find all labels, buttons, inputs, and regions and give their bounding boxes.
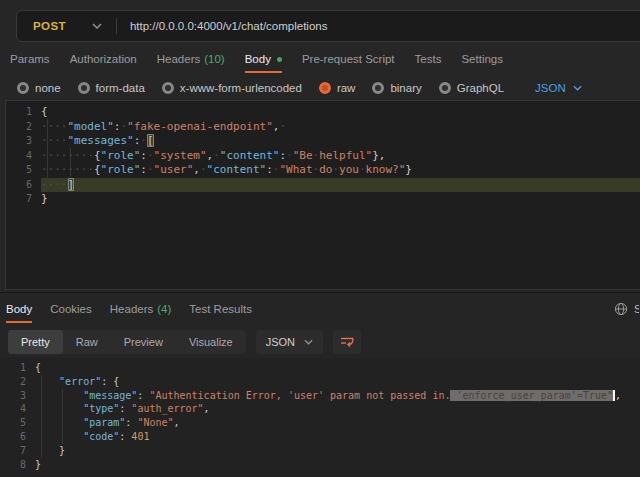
tab-label: Headers xyxy=(110,303,153,315)
radio-label: form-data xyxy=(96,82,145,94)
body-type-binary[interactable]: binary xyxy=(372,82,421,94)
tab-authorization[interactable]: Authorization xyxy=(70,45,137,73)
body-type-graphql[interactable]: GraphQL xyxy=(439,82,504,94)
radio-label: GraphQL xyxy=(457,82,504,94)
radio-label: binary xyxy=(390,82,421,94)
line-number: 4 xyxy=(6,149,32,164)
code-line[interactable]: 2····"model":·"fake-openai-endpoint",· xyxy=(6,120,640,135)
code-text: "code": 401 xyxy=(35,430,640,444)
code-line[interactable]: 3 "message": "Authentication Error, 'use… xyxy=(0,389,640,403)
response-body-editor[interactable]: 1{2 "error": {3 "message": "Authenticati… xyxy=(0,358,640,477)
code-line[interactable]: 5········{"role":·"user",·"content":·"Wh… xyxy=(6,163,640,178)
chevron-down-icon xyxy=(573,85,582,91)
line-number: 7 xyxy=(0,444,26,458)
tab-label: Settings xyxy=(461,53,503,65)
code-line[interactable]: 8} xyxy=(0,458,640,472)
tab-count-badge: (10) xyxy=(204,53,224,65)
body-type-form-data[interactable]: form-data xyxy=(78,82,145,94)
tab-label: Headers xyxy=(157,53,200,65)
code-line[interactable]: 6····] xyxy=(6,178,640,193)
radio-icon xyxy=(17,82,29,94)
code-text: "error": { xyxy=(35,375,640,389)
tab-tests[interactable]: Tests xyxy=(415,45,442,73)
request-body-editor[interactable]: 1{2····"model":·"fake-openai-endpoint",·… xyxy=(5,100,640,290)
radio-icon xyxy=(372,82,384,94)
response-view-switcher: PrettyRawPreviewVisualize xyxy=(8,330,246,354)
line-number: 8 xyxy=(0,458,26,472)
code-line[interactable]: 3····"messages":·[ xyxy=(6,134,640,149)
tab-count-badge: (4) xyxy=(157,303,171,315)
line-number: 2 xyxy=(6,120,32,135)
code-text: "message": "Authentication Error, 'user'… xyxy=(35,389,640,403)
code-line[interactable]: 1{ xyxy=(6,105,640,120)
response-language-label: JSON xyxy=(266,336,295,348)
code-text: "type": "auth_error", xyxy=(35,402,640,416)
radio-icon xyxy=(439,82,451,94)
unsaved-dot-icon xyxy=(277,57,282,62)
body-type-raw[interactable]: raw xyxy=(319,82,356,94)
method-selector[interactable]: POST xyxy=(17,11,116,41)
tab-label: Tests xyxy=(415,53,442,65)
tab-label: Params xyxy=(10,53,50,65)
code-line[interactable]: 1{ xyxy=(0,361,640,375)
code-text: { xyxy=(41,105,640,120)
tab-label: Authorization xyxy=(70,53,137,65)
code-text: } xyxy=(35,444,640,458)
code-text: } xyxy=(35,458,640,472)
wrap-text-button[interactable] xyxy=(333,330,361,354)
code-line[interactable]: 7 } xyxy=(0,444,640,458)
line-number: 4 xyxy=(0,402,26,416)
radio-label: x-www-form-urlencoded xyxy=(180,82,302,94)
code-text: ····"messages":·[ xyxy=(41,134,640,149)
radio-label: none xyxy=(35,82,61,94)
radio-label: raw xyxy=(337,82,356,94)
radio-icon xyxy=(319,82,331,94)
tab-params[interactable]: Params xyxy=(10,45,50,73)
line-number: 1 xyxy=(0,361,26,375)
line-number: 3 xyxy=(6,134,32,149)
tab-body[interactable]: Body xyxy=(245,45,282,73)
code-text: "param": "None", xyxy=(35,416,640,430)
response-tab-body[interactable]: Body xyxy=(6,295,32,323)
tab-label: Body xyxy=(6,303,32,315)
code-line[interactable]: 4········{"role":·"system",·"content":·"… xyxy=(6,149,640,164)
chevron-down-icon xyxy=(304,339,313,345)
url-input[interactable] xyxy=(130,20,640,32)
status-label-clipped: St xyxy=(634,303,639,315)
response-tabs-right: St xyxy=(614,295,640,323)
tab-label: Cookies xyxy=(50,303,92,315)
request-language-label: JSON xyxy=(535,82,566,94)
method-label: POST xyxy=(33,20,66,32)
view-raw[interactable]: Raw xyxy=(63,330,111,354)
code-text: ········{"role":·"system",·"content":·"B… xyxy=(41,149,640,164)
request-tabs: ParamsAuthorizationHeaders(10)BodyPre-re… xyxy=(0,45,640,73)
code-line[interactable]: 7} xyxy=(6,192,640,207)
body-type-x-www-form-urlencoded[interactable]: x-www-form-urlencoded xyxy=(162,82,302,94)
globe-icon[interactable] xyxy=(614,302,628,316)
body-type-bar: noneform-datax-www-form-urlencodedrawbin… xyxy=(0,76,640,100)
body-type-none[interactable]: none xyxy=(17,82,61,94)
view-pretty[interactable]: Pretty xyxy=(8,330,63,354)
wrap-text-icon xyxy=(339,335,355,349)
code-line[interactable]: 4 "type": "auth_error", xyxy=(0,402,640,416)
response-tab-test-results[interactable]: Test Results xyxy=(189,295,252,323)
tab-headers[interactable]: Headers(10) xyxy=(157,45,225,73)
line-number: 1 xyxy=(6,105,32,120)
view-visualize[interactable]: Visualize xyxy=(176,330,246,354)
tab-settings[interactable]: Settings xyxy=(461,45,503,73)
code-line[interactable]: 2 "error": { xyxy=(0,375,640,389)
tab-label: Test Results xyxy=(189,303,252,315)
view-preview[interactable]: Preview xyxy=(111,330,176,354)
code-line[interactable]: 5 "param": "None", xyxy=(0,416,640,430)
code-text: { xyxy=(35,361,640,375)
response-tabs: BodyCookiesHeaders(4)Test Results xyxy=(0,295,640,323)
code-text: ····] xyxy=(41,178,640,193)
response-language-select[interactable]: JSON xyxy=(256,330,323,354)
response-tab-cookies[interactable]: Cookies xyxy=(50,295,92,323)
response-tab-headers[interactable]: Headers(4) xyxy=(110,295,172,323)
code-line[interactable]: 6 "code": 401 xyxy=(0,430,640,444)
line-number: 6 xyxy=(6,178,32,193)
line-number: 3 xyxy=(0,389,26,403)
request-language-select[interactable]: JSON xyxy=(535,82,582,94)
tab-pre-request-script[interactable]: Pre-request Script xyxy=(302,45,395,73)
